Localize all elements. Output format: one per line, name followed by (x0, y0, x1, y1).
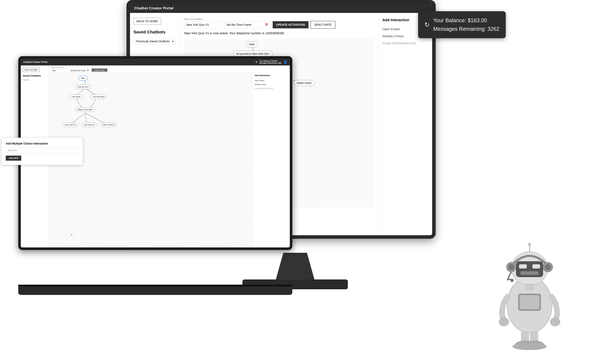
laptop-saved-title: Saved Chatbots (23, 74, 47, 77)
laptop-node-howareyou[interactable]: How are You? (75, 85, 91, 89)
laptop-node-iamnotgood[interactable]: I am Not Good (90, 95, 107, 99)
svg-rect-20 (519, 264, 527, 268)
monitor-chatbot-name-input[interactable] (184, 21, 222, 28)
monitor-name-label: Name Your Chatbot * (184, 18, 374, 20)
monitor-navbar: Chatbot Creator Portal (130, 4, 432, 13)
svg-point-35 (513, 343, 546, 350)
laptop-right-panel: Add Interaction Open Ended Multiple Choi… (252, 72, 290, 247)
svg-line-8 (76, 88, 85, 95)
monitor-image-choice[interactable]: Image (with/without text) (382, 40, 429, 47)
mcr-popup: Add Multiple Choice Interaction ADD MCR (1, 138, 83, 165)
laptop-add-node-button[interactable]: + (71, 233, 73, 237)
calendar-icon: 📅 (265, 23, 268, 26)
monitor-time-frame-input[interactable]: Set Bot Time Frame 📅 (224, 21, 271, 28)
laptop-node-morethan18[interactable]: More Than 18 (101, 123, 117, 127)
svg-rect-21 (532, 264, 540, 268)
laptop-node-iamgood[interactable]: I am Good (69, 95, 82, 99)
refresh-icon[interactable]: ↻ (424, 20, 430, 30)
svg-line-14 (85, 113, 105, 124)
laptop-node-lessthan15[interactable]: Less Than 15 (62, 123, 78, 127)
monitor-update-button[interactable]: UPDATE ACTIVATION (273, 21, 309, 28)
monitor-deactivate-button[interactable]: DEACTIVATE (311, 21, 336, 29)
laptop-name-label: Name Your Chatbot * (51, 67, 68, 68)
laptop-navbar: Chatbot Creator Portal ↻ Your Balance: $… (21, 59, 290, 65)
svg-point-29 (499, 318, 509, 326)
monitor-app-title: Chatbot Creator Portal (134, 6, 173, 10)
svg-point-24 (508, 264, 514, 270)
laptop-time-placeholder: Set Bot Time Frame (71, 70, 86, 72)
svg-rect-17 (520, 295, 539, 309)
laptop-navbar-right: ↻ Your Balance: $163.00 Messages Remaini… (256, 60, 287, 64)
robot (480, 224, 579, 350)
laptop-calendar-icon: 📅 (87, 70, 89, 72)
laptop-node-hello[interactable]: Hello (79, 76, 87, 80)
laptop-interaction-title: Add Interaction (255, 74, 288, 77)
laptop-loading: Loading ... (23, 79, 47, 81)
svg-line-12 (71, 113, 85, 124)
laptop-image-choice[interactable]: Image (with/without text) (255, 86, 288, 91)
laptop-app-title: Chatbot Creator Portal (23, 61, 47, 63)
monitor-time-placeholder: Set Bot Time Frame (226, 23, 252, 26)
svg-point-30 (550, 318, 560, 326)
laptop-balance-line1: Your Balance: $163.00 (259, 60, 281, 62)
balance-line1: Your Balance: $163.00 (433, 16, 499, 25)
monitor-chatbot-dropdown[interactable]: Previously Saved Chatbots ▾ (133, 38, 176, 45)
laptop: Chatbot Creator Portal ↻ Your Balance: $… (18, 56, 299, 295)
laptop-node-whatage[interactable]: What Is Your Age? (75, 107, 95, 112)
laptop-base (18, 286, 292, 295)
laptop-open-ended[interactable]: Open Ended (255, 79, 288, 83)
robot-svg (480, 224, 579, 350)
svg-point-37 (528, 243, 531, 246)
balance-badge: ↻ Your Balance: $163.00 Messages Remaini… (418, 11, 506, 38)
popup-text-input[interactable] (6, 148, 79, 153)
monitor-dropdown-label: Previously Saved Chatbots (136, 40, 170, 43)
svg-point-27 (510, 279, 514, 282)
chevron-down-icon: ▾ (172, 40, 173, 43)
laptop-user-icon[interactable]: 👤 (284, 60, 287, 64)
svg-point-26 (545, 264, 551, 270)
laptop-back-button[interactable]: BACK TO HOME (23, 68, 39, 72)
svg-rect-22 (520, 271, 539, 275)
laptop-balance-line2: Messages Remaining: 3262 (259, 62, 281, 64)
popup-add-mcr-button[interactable]: ADD MCR (6, 156, 21, 161)
popup-title: Add Multiple Choice Interaction (6, 142, 79, 145)
laptop-refresh-icon[interactable]: ↻ (256, 61, 257, 64)
laptop-multiple-choice[interactable]: Multiple Choice (255, 83, 288, 86)
monitor-back-button[interactable]: BACK TO HOME (133, 18, 161, 25)
svg-line-13 (85, 113, 87, 124)
laptop-node-lessthan18[interactable]: Less Than 18 (81, 123, 97, 127)
monitor-node-hello[interactable]: Hello (246, 41, 258, 47)
svg-rect-28 (525, 284, 534, 290)
balance-line2: Messages Remaining: 3262 (433, 25, 499, 33)
monitor-status-text: New York Quiz V1 is now active. Your tel… (184, 32, 374, 35)
monitor-saved-title: Saved Chatbots (133, 30, 176, 34)
svg-line-9 (85, 88, 96, 95)
